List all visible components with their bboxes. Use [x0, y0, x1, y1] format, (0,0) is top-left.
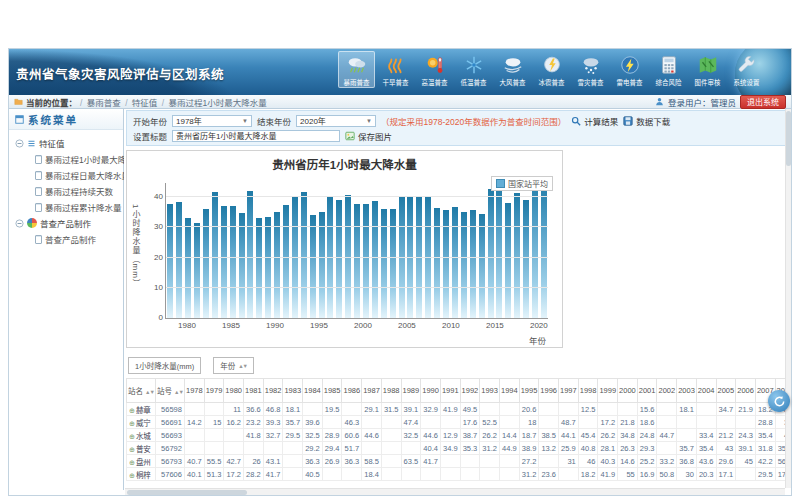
station-name-cell[interactable]: ⊕桐梓 [127, 468, 156, 481]
bar-1994[interactable] [310, 215, 316, 318]
toolbar-item-rain[interactable]: 暴雨普查 [338, 51, 375, 88]
bar-2017[interactable] [514, 193, 520, 318]
col-header-year-1987[interactable]: 1987 [362, 379, 382, 403]
col-header-year-1991[interactable]: 1991 [440, 379, 460, 403]
year-sort-filter[interactable]: 年份▲▼ [213, 357, 254, 374]
sidebar-item[interactable]: 暴雨过程日最大降水量 [11, 167, 121, 183]
logout-button[interactable]: 退出系统 [740, 95, 786, 109]
bar-1999[interactable] [354, 204, 360, 318]
bar-2018[interactable] [523, 200, 529, 318]
sidebar-item[interactable]: 普查产品制作 [11, 231, 121, 247]
sidebar-item[interactable]: 暴雨过程累计降水量 [11, 199, 121, 215]
col-header-station-id[interactable]: 站号 ▲▼ [155, 379, 184, 403]
toolbar-item-wind[interactable]: 大风普查 [494, 51, 531, 88]
bar-2020[interactable] [541, 181, 547, 318]
bar-1982[interactable] [203, 209, 209, 318]
bar-2015[interactable] [496, 183, 502, 318]
bar-1985[interactable] [230, 206, 236, 318]
col-header-year-1992[interactable]: 1992 [460, 379, 480, 403]
breadcrumb-item[interactable]: 暴雨过程1小时最大降水量 [168, 98, 266, 108]
col-header-year-1994[interactable]: 1994 [499, 379, 519, 403]
bar-1978[interactable] [167, 204, 173, 318]
col-header-station-name[interactable]: 站名 ▲▼ [127, 379, 156, 403]
bar-2011[interactable] [461, 212, 467, 318]
start-year-select[interactable]: 1978年▼ [172, 115, 252, 127]
col-header-year-1996[interactable]: 1996 [539, 379, 559, 403]
bar-1988[interactable] [256, 218, 262, 318]
col-header-year-1997[interactable]: 1997 [559, 379, 579, 403]
bar-2008[interactable] [434, 208, 440, 318]
row-expander-icon[interactable]: ⊕ [129, 446, 135, 453]
col-header-year-2004[interactable]: 2004 [696, 379, 716, 403]
col-header-year-2002[interactable]: 2002 [657, 379, 677, 403]
bar-2003[interactable] [390, 209, 396, 318]
bar-2000[interactable] [363, 204, 369, 318]
bar-1986[interactable] [239, 213, 245, 318]
bar-2001[interactable] [372, 201, 378, 318]
bar-1990[interactable] [274, 212, 280, 318]
bar-1983[interactable] [212, 192, 218, 318]
toolbar-item-hail[interactable]: 冰雹普查 [533, 51, 570, 88]
station-name-cell[interactable]: ⊕普安 [127, 442, 156, 455]
toolbar-item-map[interactable]: 图件审核 [689, 51, 726, 88]
breadcrumb-item[interactable]: 暴雨普查 [87, 98, 121, 108]
bar-1980[interactable] [185, 218, 191, 318]
toolbar-item-drought[interactable]: 干旱普查 [377, 51, 414, 88]
col-header-year-1999[interactable]: 1999 [598, 379, 618, 403]
bar-2016[interactable] [505, 203, 511, 318]
bar-1979[interactable] [176, 202, 182, 318]
bar-2019[interactable] [532, 177, 538, 318]
col-header-year-1980[interactable]: 1980 [224, 379, 244, 403]
bar-1987[interactable] [247, 191, 253, 318]
col-header-year-1989[interactable]: 1989 [401, 379, 421, 403]
bar-1991[interactable] [283, 205, 289, 318]
sidebar-item[interactable]: 暴雨过程1小时最大降水量 [11, 151, 121, 167]
row-expander-icon[interactable]: ⊕ [129, 472, 135, 479]
toolbar-item-cold[interactable]: 低温普查 [455, 51, 492, 88]
vertical-scrollbar[interactable] [785, 109, 791, 488]
bar-1997[interactable] [336, 200, 342, 318]
chart-legend[interactable]: 国家站平均 [491, 176, 553, 191]
bar-1981[interactable] [194, 223, 200, 318]
col-header-year-1998[interactable]: 1998 [578, 379, 598, 403]
col-header-year-2006[interactable]: 2006 [736, 379, 756, 403]
toolbar-item-lightning[interactable]: 雷电普查 [611, 51, 648, 88]
station-name-cell[interactable]: ⊕威宁 [127, 416, 156, 429]
breadcrumb-item[interactable]: 特征值 [132, 98, 158, 108]
horizontal-scrollbar-thumb[interactable] [127, 490, 247, 495]
sidebar-item[interactable]: 暴雨过程持续天数 [11, 183, 121, 199]
bar-2010[interactable] [452, 207, 458, 318]
sidebar-group[interactable]: 特征值 [11, 135, 121, 151]
col-header-year-2000[interactable]: 2000 [618, 379, 638, 403]
bar-2002[interactable] [381, 209, 387, 318]
toolbar-item-snow[interactable]: 雪灾普查 [572, 51, 609, 88]
save-image-button[interactable]: 保存图片 [345, 130, 392, 142]
toolbar-item-settings[interactable]: 系统设置 [728, 51, 765, 88]
row-expander-icon[interactable]: ⊕ [129, 420, 135, 427]
col-header-year-1982[interactable]: 1982 [263, 379, 283, 403]
bar-1995[interactable] [319, 212, 325, 318]
bar-1984[interactable] [221, 206, 227, 318]
end-year-select[interactable]: 2020年▼ [296, 115, 376, 127]
horizontal-scrollbar[interactable] [125, 488, 785, 495]
bar-2014[interactable] [488, 189, 494, 318]
bar-2013[interactable] [479, 214, 485, 318]
col-header-year-1990[interactable]: 1990 [421, 379, 441, 403]
row-expander-icon[interactable]: ⊕ [129, 459, 135, 466]
col-header-year-1993[interactable]: 1993 [480, 379, 500, 403]
vertical-scrollbar-thumb[interactable] [786, 111, 791, 166]
tree-toggle-icon[interactable] [15, 219, 24, 228]
col-header-year-1981[interactable]: 1981 [244, 379, 264, 403]
col-header-year-1985[interactable]: 1985 [322, 379, 342, 403]
station-name-cell[interactable]: ⊕水城 [127, 429, 156, 442]
tree-toggle-icon[interactable] [15, 139, 24, 148]
chart-title-input[interactable] [172, 130, 340, 142]
col-header-year-2001[interactable]: 2001 [637, 379, 657, 403]
col-header-year-2005[interactable]: 2005 [716, 379, 736, 403]
value-type-filter[interactable]: 1小时降水量(mm) [128, 357, 201, 374]
col-header-year-2003[interactable]: 2003 [677, 379, 697, 403]
col-header-year-1986[interactable]: 1986 [342, 379, 362, 403]
col-header-year-1995[interactable]: 1995 [519, 379, 539, 403]
floating-refresh-button[interactable] [768, 390, 790, 412]
sidebar-group[interactable]: 普查产品制作 [11, 215, 121, 231]
